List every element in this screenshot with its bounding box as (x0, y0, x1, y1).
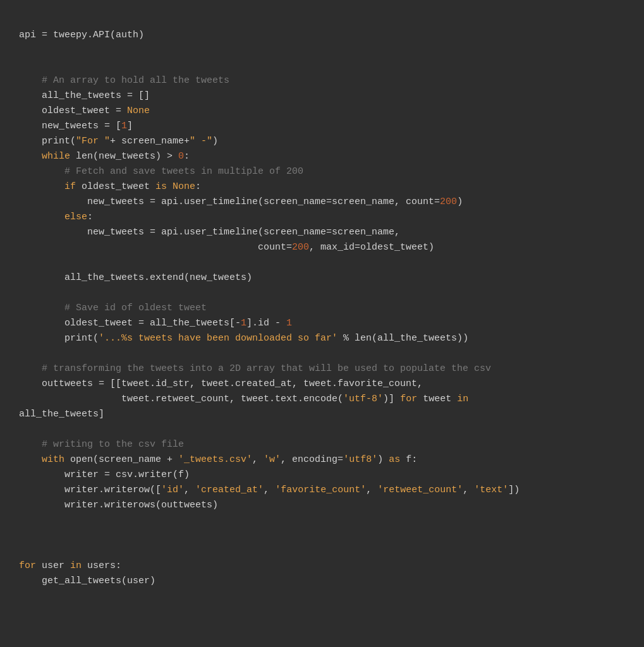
code-line-8: new_tweets = api.user_timeline(screen_na… (19, 197, 463, 207)
code-line-18: with open(screen_name + '_tweets.csv', '… (19, 454, 417, 465)
code-line-7: if oldest_tweet is None: (19, 181, 201, 192)
code-line-9: else: (19, 212, 93, 222)
code-line-3: oldest_tweet = None (19, 106, 150, 116)
code-line-15: outtweets = [[tweet.id_str, tweet.create… (19, 378, 423, 389)
code-line-11: count=200, max_id=oldest_tweet) (19, 242, 434, 253)
code-line-4: new_tweets = [1] (19, 121, 133, 131)
code-line-13: oldest_tweet = all_the_tweets[-1].id - 1 (19, 318, 292, 329)
code-line-16: tweet.retweet_count, tweet.text.encode('… (19, 394, 468, 404)
code-line-6: while len(new_tweets) > 0: (19, 151, 190, 162)
code-line-14: print('...%s tweets have been downloaded… (19, 333, 468, 344)
code-line-19: writer = csv.writer(f) (19, 469, 190, 480)
code-line-20: writer.writerow(['id', 'created_at', 'fa… (19, 485, 519, 495)
code-line-10: new_tweets = api.user_timeline(screen_na… (19, 227, 400, 238)
code-comment-4: # transforming the tweets into a 2D arra… (19, 363, 491, 374)
code-editor: api = tweepy.API(auth) # An array to hol… (19, 13, 625, 589)
code-comment-5: # writing to the csv file (19, 439, 184, 450)
code-comment-1: # An array to hold all the tweets (19, 75, 229, 86)
code-line-2: all_the_tweets = [] (19, 90, 150, 101)
code-line-12: all_the_tweets.extend(new_tweets) (19, 272, 252, 283)
code-line-21: writer.writerows(outtweets) (19, 500, 218, 511)
code-comment-2: # Fetch and save tweets in multiple of 2… (19, 166, 303, 177)
code-comment-3: # Save id of oldest tweet (19, 303, 207, 313)
code-line-23: get_all_tweets(user) (19, 576, 155, 586)
code-line-22: for user in users: (19, 560, 121, 571)
code-line-1: api = tweepy.API(auth) (19, 30, 144, 40)
code-line-17: all_the_tweets] (19, 409, 104, 420)
code-line-5: print("For "+ screen_name+" -") (19, 136, 218, 147)
